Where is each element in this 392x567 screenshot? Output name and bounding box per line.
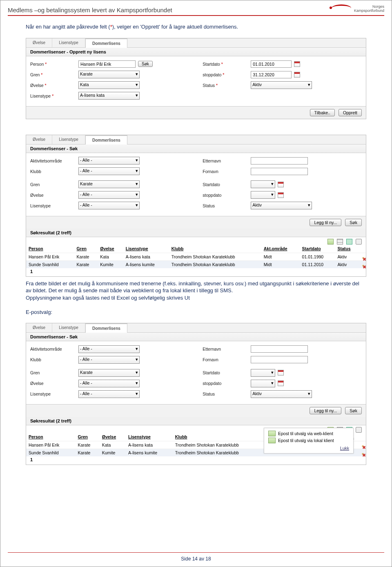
startdato-dd[interactable]: ▾ xyxy=(251,369,275,377)
calendar-icon[interactable] xyxy=(278,380,284,386)
tab-lisenstype[interactable]: Lisenstype xyxy=(52,323,85,332)
calendar-icon[interactable] xyxy=(294,72,300,78)
calendar-icon[interactable] xyxy=(278,182,284,187)
add-new-button[interactable]: Legg til ny... xyxy=(310,407,341,414)
gren-select[interactable]: Karate ▾ xyxy=(78,71,140,78)
tab-ovelse[interactable]: Øvelse xyxy=(26,135,52,144)
fornavn-field[interactable] xyxy=(251,356,308,363)
print-icon[interactable] xyxy=(356,427,362,433)
calendar-icon[interactable] xyxy=(278,192,284,198)
result-table: PersonGrenØvelseLisenstypeKlubbAkt.områd… xyxy=(26,245,366,268)
gren-select2[interactable]: Karate▾ xyxy=(78,180,140,188)
status-select[interactable]: Aktiv ▾ xyxy=(251,81,312,89)
panel-search: Øvelse Lisenstype Dommerlisens Dommerlis… xyxy=(26,135,366,277)
akt-select[interactable]: - Alle -▾ xyxy=(78,345,140,353)
popup-local-client[interactable]: Epost til utvalg via lokal klient xyxy=(268,438,349,443)
stoppdato-field[interactable] xyxy=(251,71,292,78)
klubb-select[interactable]: - Alle -▾ xyxy=(78,356,140,364)
startdato-dd[interactable]: ▾ xyxy=(251,180,275,188)
mail-icon xyxy=(268,438,276,443)
ovelse-select[interactable]: Kata ▾ xyxy=(78,81,140,89)
gren-select[interactable]: Karate▾ xyxy=(78,369,140,377)
tab-ovelse[interactable]: Øvelse xyxy=(26,323,52,332)
page-header: Medlems –og betalingssystem levert av Ka… xyxy=(8,4,384,16)
popup-close-link[interactable]: Lukk xyxy=(268,445,349,451)
ovelse-select2[interactable]: - Alle -▾ xyxy=(78,191,140,199)
lisenstype-select[interactable]: - Alle -▾ xyxy=(78,390,140,398)
tab-lisenstype[interactable]: Lisenstype xyxy=(52,38,85,47)
etternavn-field[interactable] xyxy=(251,345,308,353)
search-button[interactable]: Søk xyxy=(345,407,362,414)
tab-lisenstype[interactable]: Lisenstype xyxy=(52,135,85,144)
startdato-field[interactable] xyxy=(251,60,292,68)
search-button[interactable]: Søk xyxy=(345,219,362,226)
page-indicator: 1 xyxy=(26,456,366,465)
excel-icon[interactable] xyxy=(346,239,352,245)
klubb-select[interactable]: - Alle -▾ xyxy=(78,167,140,175)
person-field[interactable] xyxy=(78,60,136,68)
page-indicator: 1 xyxy=(26,268,366,276)
create-button[interactable]: Opprett xyxy=(339,109,362,116)
middle-text: Fra dette bildet er det mulig å kommunis… xyxy=(26,280,366,316)
lisenstype-select2[interactable]: - Alle -▾ xyxy=(78,202,140,209)
person-search-button[interactable]: Søk xyxy=(138,61,153,67)
ovelse-select[interactable]: - Alle -▾ xyxy=(78,380,140,387)
status-select[interactable]: Aktiv▾ xyxy=(251,390,312,398)
table-row[interactable]: Hansen Pål ErikKarateKataA-lisens kataTr… xyxy=(26,253,366,260)
result-heading: Søkresultat (2 treff) xyxy=(26,417,366,425)
panel-heading: Dommerlisenser - Opprett ny lisens xyxy=(26,48,366,56)
mail-icon xyxy=(268,431,276,436)
calendar-icon[interactable] xyxy=(294,61,300,67)
tab-dommerlisens[interactable]: Dommerlisens xyxy=(85,135,127,145)
stoppdato-dd[interactable]: ▾ xyxy=(251,191,275,199)
stoppdato-dd[interactable]: ▾ xyxy=(251,380,275,387)
back-button[interactable]: Tilbake.. xyxy=(310,109,335,116)
tab-dommerlisens[interactable]: Dommerlisens xyxy=(85,38,127,48)
add-new-button[interactable]: Legg til ny... xyxy=(310,219,341,226)
akt-select[interactable]: - Alle -▾ xyxy=(78,157,140,165)
fornavn-field[interactable] xyxy=(251,168,308,175)
tab-ovelse[interactable]: Øvelse xyxy=(26,38,52,47)
panel2-heading: Dommerlisenser - Søk xyxy=(26,145,366,153)
mail-icon[interactable] xyxy=(327,239,334,245)
panel3-heading: Dommerlisenser - Søk xyxy=(26,333,366,341)
lisenstype-select[interactable]: A-lisens kata ▾ xyxy=(78,92,140,100)
list-icon[interactable] xyxy=(337,239,343,245)
status-select2[interactable]: Aktiv▾ xyxy=(251,202,312,209)
tab-dommerlisens[interactable]: Dommerlisens xyxy=(85,323,127,333)
calendar-icon[interactable] xyxy=(278,370,284,376)
intro-text: Når en har angitt alle påkrevde felt (*)… xyxy=(26,23,366,31)
etternavn-field[interactable] xyxy=(251,157,308,165)
result-heading: Søkresultat (2 treff) xyxy=(26,229,366,237)
print-icon[interactable] xyxy=(356,239,362,245)
panel-create: Øvelse Lisenstype Dommerlisens Dommerlis… xyxy=(26,38,366,119)
logo: Norges Kampsportforbund xyxy=(331,4,384,13)
table-row[interactable]: Sunde SvanhildKarateKumiteA-lisens kumit… xyxy=(26,260,366,268)
logo-text-2: Kampsportforbund xyxy=(354,9,384,13)
email-popup: Epost til utvalg via web-klient Epost ti… xyxy=(264,428,354,454)
popup-web-client[interactable]: Epost til utvalg via web-klient xyxy=(268,431,349,436)
header-title: Medlems –og betalingssystem levert av Ka… xyxy=(8,7,331,13)
page-footer: Side 14 av 18 xyxy=(8,552,384,562)
